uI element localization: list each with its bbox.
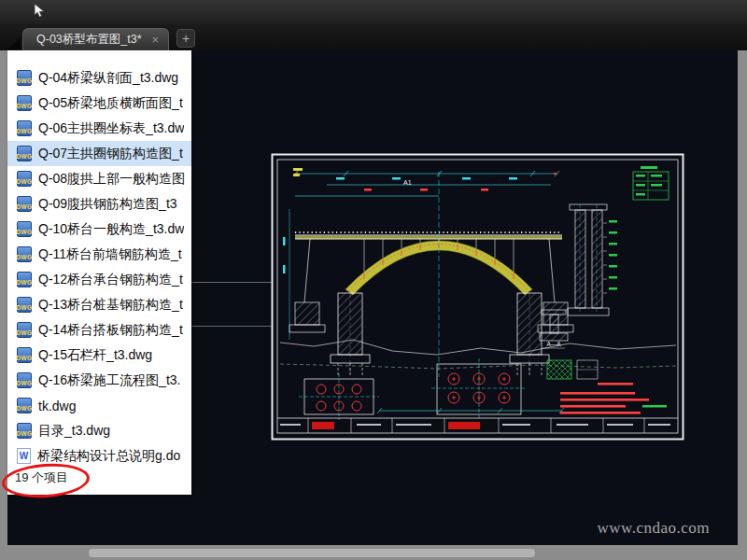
file-name: Q-07主拱圈钢筋构造图_t [38, 146, 183, 162]
drawing-tab[interactable]: Q-03桥型布置图_t3* × [22, 28, 169, 50]
file-row[interactable]: DWG W 桥梁结构设计总说明g.do [7, 443, 191, 469]
dwg-file-icon: DWG [17, 322, 32, 338]
piers [331, 293, 549, 377]
label-section-aa: A—A [546, 341, 561, 347]
file-row[interactable]: DWG W Q-06主拱圈坐标表_t3.dw [7, 116, 191, 141]
file-row[interactable]: DWG W Q-15石栏杆_t3.dwg [7, 343, 191, 368]
title-block [277, 418, 678, 433]
file-name: Q-15石栏杆_t3.dwg [38, 347, 152, 364]
file-row[interactable]: DWG W Q-16桥梁施工流程图_t3. [7, 368, 191, 393]
file-name: 目录_t3.dwg [38, 423, 110, 440]
dwg-file-icon: DWG [17, 146, 32, 161]
file-name: Q-04桥梁纵剖面_t3.dwg [38, 70, 178, 87]
file-name: Q-10桥台一般构造_t3.dw [38, 221, 184, 238]
pile-cap-plan-left [299, 373, 379, 420]
file-row[interactable]: DWG W Q-07主拱圈钢筋构造图_t [7, 141, 191, 166]
file-row[interactable]: DWG W Q-12桥台承台钢筋构造_t [7, 267, 191, 292]
file-row[interactable]: DWG W Q-04桥梁纵剖面_t3.dwg [7, 65, 191, 91]
file-name: Q-14桥台搭板钢筋构造_t [38, 322, 183, 339]
file-row[interactable]: DWG W Q-10桥台一般构造_t3.dw [7, 217, 191, 242]
dwg-file-icon: DWG [17, 423, 32, 439]
green-note-table [633, 166, 669, 200]
file-name: Q-11桥台前墙钢筋构造_t [38, 246, 182, 263]
file-row[interactable]: DWG W Q-08腹拱上部一般构造图 [7, 166, 191, 191]
file-row[interactable]: DWG W Q-11桥台前墙钢筋构造_t [7, 242, 191, 267]
dwg-file-icon: DWG [17, 95, 32, 111]
close-icon[interactable]: × [152, 34, 160, 46]
dwg-file-icon: DWG [17, 272, 32, 287]
dwg-file-icon: DWG [17, 221, 32, 237]
pier-detail-columns [568, 204, 617, 315]
file-name: Q-09腹拱钢筋构造图_t3 [38, 196, 177, 213]
legend-boxes [547, 360, 598, 379]
file-row[interactable]: DWG W Q-13桥台桩基钢筋构造_t [7, 292, 191, 317]
tab-bar: Q-03桥型布置图_t3* × + [0, 24, 747, 50]
file-name: Q-08腹拱上部一般构造图 [38, 171, 185, 188]
tab-overflow-notch [7, 37, 21, 49]
file-list: DWG W Q-04桥梁纵剖面_t3.dwg DWG W Q-05桥梁地质横断面… [7, 65, 191, 469]
bridge-drawing: A1 [271, 153, 684, 441]
menubar [0, 0, 747, 24]
new-tab-button[interactable]: + [176, 29, 195, 48]
file-name: tk.dwg [38, 399, 76, 413]
file-name: Q-16桥梁施工流程图_t3. [38, 372, 180, 389]
file-row[interactable]: DWG W 目录_t3.dwg [7, 418, 191, 443]
dwg-file-icon: DWG [17, 246, 32, 262]
file-name: Q-06主拱圈坐标表_t3.dw [38, 120, 184, 137]
item-count-status: 19 个项目 [7, 469, 191, 486]
dwg-file-icon: DWG [17, 196, 32, 212]
ground-profile [280, 172, 676, 413]
horizontal-scrollbar[interactable] [89, 549, 535, 557]
dwg-file-icon: DWG [17, 120, 32, 136]
doc-file-icon: W [17, 448, 31, 464]
file-name: Q-13桥台桩基钢筋构造_t [38, 297, 183, 314]
file-name: Q-05桥梁地质横断面图_t [38, 95, 183, 112]
dwg-file-icon: DWG [17, 70, 32, 86]
ground-line-extension [191, 326, 272, 327]
bridge-deck [295, 232, 562, 239]
file-row[interactable]: DWG W Q-05桥梁地质横断面图_t [7, 91, 191, 116]
file-name: 桥梁结构设计总说明g.do [37, 448, 180, 465]
file-panel: DWG W Q-04桥梁纵剖面_t3.dwg DWG W Q-05桥梁地质横断面… [7, 50, 191, 495]
watermark: www.cndao.com [597, 519, 710, 538]
dwg-file-icon: DWG [17, 297, 32, 313]
dwg-file-icon: DWG [17, 347, 32, 363]
file-row[interactable]: DWG W tk.dwg [7, 393, 191, 418]
file-name: Q-12桥台承台钢筋构造_t [38, 272, 183, 288]
tab-label: Q-03桥型布置图_t3* [36, 32, 142, 48]
ground-line-extension [191, 282, 272, 283]
label-a1: A1 [403, 179, 412, 186]
mouse-cursor-icon [34, 3, 46, 22]
dwg-file-icon: DWG [17, 171, 32, 187]
dwg-file-icon: DWG [17, 398, 32, 413]
file-row[interactable]: DWG W Q-09腹拱钢筋构造图_t3 [7, 191, 191, 217]
dwg-file-icon: DWG [17, 372, 32, 388]
red-notes [560, 383, 667, 414]
file-row[interactable]: DWG W Q-14桥台搭板钢筋构造_t [7, 317, 191, 343]
